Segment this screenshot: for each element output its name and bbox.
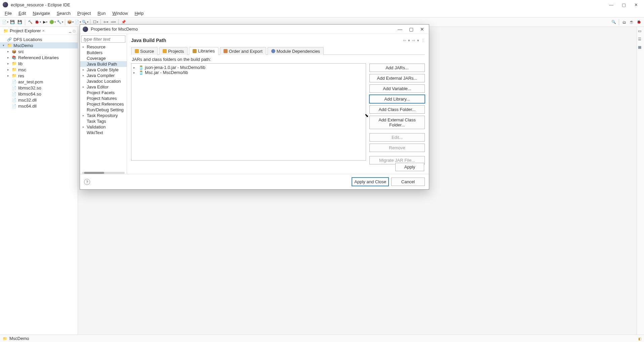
add-variable-button[interactable]: Add Variable... (369, 84, 425, 93)
add-external-jars-button[interactable]: Add External JARs... (369, 74, 425, 82)
tree-arrow-icon[interactable]: ▸ (133, 66, 137, 69)
tree-item[interactable]: libmsc32.so (0, 85, 78, 91)
tree-arrow-icon[interactable]: ▸ (83, 85, 86, 88)
outline-view-button[interactable]: ▭ (638, 29, 643, 34)
tab-module-dependencies[interactable]: Module Dependencies (268, 47, 324, 55)
new-button[interactable]: 📄 (2, 19, 8, 25)
category-item[interactable]: ▸Java Editor (80, 84, 127, 90)
dialog-close-button[interactable]: ✕ (420, 27, 424, 32)
menu-navigate[interactable]: Navigate (30, 10, 52, 16)
tree-arrow-icon[interactable]: ▸ (83, 125, 86, 128)
menu-edit[interactable]: Edit (16, 10, 29, 16)
tree-arrow-icon[interactable]: ▸ (6, 68, 10, 71)
filter-input[interactable] (81, 35, 125, 43)
nav-fwd-drop[interactable]: ▾ (417, 38, 419, 43)
tree-arrow-icon[interactable]: ▸ (83, 74, 86, 77)
edit-button[interactable]: Edit... (369, 133, 425, 142)
jar-item[interactable]: ▸Msc.jar - MscDemo/lib (133, 70, 364, 75)
java-perspective-button[interactable]: ☕ (629, 19, 635, 25)
help-icon[interactable]: ? (84, 179, 90, 185)
save-all-button[interactable]: 💾 (17, 19, 23, 25)
tree-item[interactable]: ▸Referenced Libraries (0, 54, 78, 61)
open-perspective-button[interactable]: 🗂 (621, 19, 627, 25)
jar-item[interactable]: ▸json-jena-1.0.jar - MscDemo/lib (133, 65, 364, 70)
category-item[interactable]: ▸Java Compiler (80, 73, 127, 78)
tree-arrow-icon[interactable]: ▸ (6, 62, 10, 65)
coverage-button[interactable]: 🟢 (49, 19, 55, 25)
tab-libraries[interactable]: Libraries (189, 47, 218, 55)
scrollbar-thumb[interactable] (84, 172, 104, 174)
tree-item[interactable]: asr_test.pcm (0, 79, 78, 85)
menu-search[interactable]: Search (54, 10, 73, 16)
view-maximize-button[interactable]: ▢ (73, 29, 76, 33)
category-item[interactable]: WikiText (80, 130, 127, 136)
category-item[interactable]: Java Build Path (80, 61, 127, 67)
tree-item[interactable]: libmsc64.so (0, 91, 78, 97)
close-view-button[interactable]: ✕ (42, 29, 45, 33)
category-item[interactable]: Task Tags (80, 118, 127, 124)
category-item[interactable]: ▸Java Code Style (80, 67, 127, 73)
tree-arrow-icon[interactable]: ▸ (6, 50, 10, 53)
jars-list[interactable]: ▸json-jena-1.0.jar - MscDemo/lib▸Msc.jar… (131, 63, 366, 161)
project-tree[interactable]: DFS Locations▾MscDemo▸src▸Referenced Lib… (0, 35, 78, 335)
task-list-view-button[interactable]: ☰ (638, 37, 643, 42)
tree-item[interactable]: ▸res (0, 73, 78, 79)
menu-file[interactable]: File (2, 10, 14, 16)
category-item[interactable]: Builders (80, 50, 127, 55)
tab-order-and-export[interactable]: Order and Export (220, 47, 266, 55)
menu-window[interactable]: Window (110, 10, 130, 16)
category-item[interactable]: ▸Task Repository (80, 113, 127, 118)
new-package-button[interactable]: 📦 (67, 19, 73, 25)
run-button[interactable]: ▶ (42, 19, 48, 25)
tree-arrow-icon[interactable]: ▾ (1, 44, 5, 47)
tree-item[interactable]: ▸lib (0, 61, 78, 67)
save-button[interactable]: 💾 (9, 19, 15, 25)
add-jars-button[interactable]: Add JARs... (369, 64, 425, 72)
tree-item[interactable]: ▾MscDemo (0, 42, 78, 48)
add-library-button[interactable]: Add Library... (369, 95, 425, 103)
cancel-button[interactable]: Cancel (391, 178, 425, 186)
apply-button[interactable]: Apply (395, 163, 424, 171)
nav-back-button[interactable]: ⇦ (403, 38, 406, 43)
add-external-class-folder-button[interactable]: Add External Class Folder... (369, 116, 425, 129)
category-item[interactable]: ▸Resource (80, 44, 127, 50)
add-class-folder-button[interactable]: Add Class Folder... (369, 105, 425, 114)
category-item[interactable]: Coverage (80, 55, 127, 61)
remove-button[interactable]: Remove (369, 144, 425, 152)
category-item[interactable]: ▸Validation (80, 124, 127, 130)
tree-item[interactable]: ▸msc (0, 67, 78, 73)
menu-run[interactable]: Run (95, 10, 108, 16)
tab-projects[interactable]: Projects (159, 47, 188, 55)
horizontal-scrollbar[interactable] (82, 172, 125, 174)
dialog-minimize-button[interactable]: — (398, 27, 402, 32)
tab-source[interactable]: Source (131, 47, 158, 55)
apply-and-close-button[interactable]: Apply and Close (352, 178, 389, 186)
menu-help[interactable]: Help (132, 10, 146, 16)
tree-arrow-icon[interactable]: ▸ (6, 74, 10, 77)
search-access-button[interactable]: 🔍 (611, 19, 617, 25)
category-item[interactable]: Project Facets (80, 90, 127, 96)
tree-item[interactable]: msc32.dll (0, 97, 78, 103)
category-item[interactable]: Javadoc Location (80, 78, 127, 84)
category-item[interactable]: Run/Debug Setting (80, 107, 127, 113)
tree-item[interactable]: msc64.dll (0, 103, 78, 109)
category-tree[interactable]: ▸ResourceBuildersCoverageJava Build Path… (80, 44, 127, 172)
category-item[interactable]: Project References (80, 101, 127, 107)
debug-perspective-button[interactable]: 🐞 (636, 19, 642, 25)
search-view-button[interactable]: ▦ (638, 45, 643, 50)
tree-item[interactable]: ▸src (0, 48, 78, 54)
category-item[interactable]: Project Natures (80, 96, 127, 101)
nav-menu-button[interactable]: ⋮ (421, 38, 425, 43)
menu-project[interactable]: Project (75, 10, 93, 16)
tree-arrow-icon[interactable]: ▸ (133, 71, 137, 74)
window-minimize-button[interactable]: — (609, 2, 613, 7)
dialog-maximize-button[interactable]: ▢ (409, 27, 413, 32)
tree-arrow-icon[interactable]: ▸ (83, 45, 86, 48)
tree-arrow-icon[interactable]: ▸ (83, 68, 86, 71)
build-button[interactable]: 🔨 (27, 19, 33, 25)
window-close-button[interactable]: ✕ (634, 2, 638, 7)
nav-back-drop[interactable]: ▾ (408, 38, 410, 43)
window-maximize-button[interactable]: ▢ (622, 2, 626, 7)
tree-arrow-icon[interactable]: ▸ (83, 114, 86, 117)
tree-arrow-icon[interactable]: ▸ (6, 56, 10, 59)
